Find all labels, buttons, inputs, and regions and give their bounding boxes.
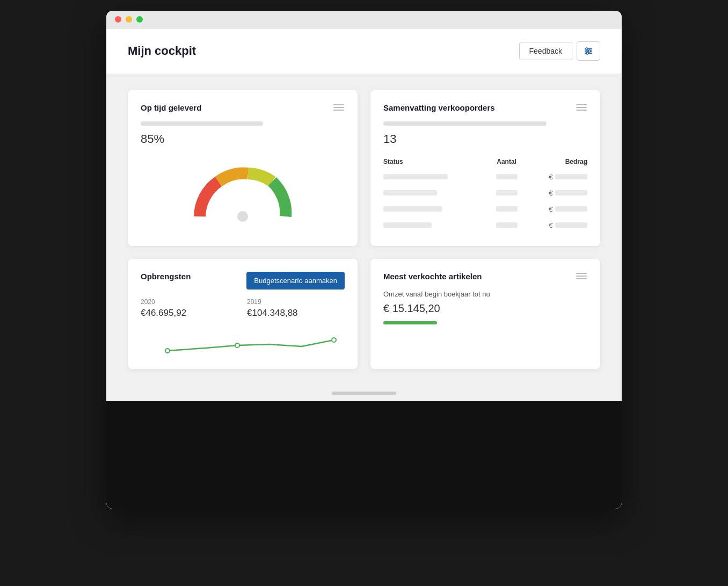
- scroll-thumb[interactable]: [332, 392, 396, 395]
- year-2019-label: 2019: [247, 298, 345, 306]
- bedrag-cell-2: [555, 190, 587, 196]
- svg-point-10: [237, 211, 248, 222]
- order-count: 13: [383, 132, 587, 146]
- line-chart-svg: [141, 329, 345, 361]
- col-bedrag: Bedrag: [524, 155, 587, 169]
- scrollbar-area: [106, 385, 622, 401]
- main-content: Op tijd geleverd 85%: [106, 74, 622, 385]
- table-row: €: [383, 169, 587, 185]
- maximize-dot[interactable]: [136, 16, 143, 23]
- status-cell-4: [383, 222, 432, 228]
- table-row: €: [383, 217, 587, 233]
- browser-frame: Mijn cockpit Feedback: [106, 11, 622, 509]
- svg-point-4: [588, 50, 591, 52]
- card-op-tijd-header: Op tijd geleverd: [141, 103, 345, 113]
- status-cell-2: [383, 190, 437, 196]
- status-cell-3: [383, 206, 442, 212]
- card-verkooporders-title: Samenvatting verkooporders: [383, 103, 495, 112]
- year-2020-label: 2020: [141, 298, 238, 306]
- table-row: €: [383, 201, 587, 217]
- line-chart: [141, 329, 345, 356]
- amount-2019-value: €104.348,88: [247, 308, 345, 319]
- revenue-bar: [383, 321, 437, 324]
- card-meest-verkocht-menu-icon[interactable]: [576, 272, 587, 281]
- card-meest-verkocht: Meest verkochte artikelen Omzet vanaf be…: [370, 259, 600, 369]
- gauge-chart: [141, 155, 345, 230]
- minimize-dot[interactable]: [126, 16, 132, 23]
- header-actions: Feedback: [519, 41, 600, 61]
- card-meest-verkocht-header: Meest verkochte artikelen: [383, 272, 587, 281]
- card-op-tijd: Op tijd geleverd 85%: [128, 90, 358, 246]
- skeleton-bar-1: [141, 121, 263, 126]
- amount-2020-value: €46.695,92: [141, 308, 238, 319]
- amount-2019: 2019 €104.348,88: [247, 298, 345, 329]
- sliders-icon: [584, 46, 593, 56]
- skeleton-bar-2: [383, 121, 547, 126]
- verkooporders-table: Status Aantal Bedrag €: [383, 155, 587, 233]
- card-opbrengsten: Opbrengsten Budgetscenario aanmaken 2020…: [128, 259, 358, 369]
- bottom-dark-area: [106, 401, 622, 509]
- budget-button[interactable]: Budgetscenario aanmaken: [246, 272, 345, 290]
- svg-point-15: [235, 343, 239, 348]
- revenue-amount: € 15.145,20: [383, 302, 587, 315]
- aantal-cell-2: [496, 190, 518, 196]
- card-verkooporders-menu-icon[interactable]: [576, 103, 587, 113]
- page-content: Mijn cockpit Feedback: [106, 28, 622, 509]
- bedrag-cell-1: [555, 174, 587, 179]
- aantal-cell-3: [496, 206, 518, 212]
- card-op-tijd-menu-icon[interactable]: [333, 103, 345, 113]
- page-title: Mijn cockpit: [128, 44, 196, 58]
- bedrag-cell-4: [555, 222, 587, 228]
- col-aantal: Aantal: [489, 155, 525, 169]
- card-opbrengsten-header: Opbrengsten Budgetscenario aanmaken: [141, 272, 345, 290]
- percentage-display: 85%: [141, 132, 345, 146]
- table-row: €: [383, 185, 587, 201]
- col-status: Status: [383, 155, 489, 169]
- bedrag-cell-3: [555, 206, 587, 212]
- aantal-cell-4: [496, 222, 518, 228]
- svg-point-5: [586, 52, 588, 54]
- browser-chrome: [106, 11, 622, 28]
- amount-2020: 2020 €46.695,92: [141, 298, 238, 329]
- svg-point-16: [332, 338, 336, 342]
- status-cell-1: [383, 174, 448, 179]
- gauge-svg: [189, 163, 296, 227]
- card-op-tijd-title: Op tijd geleverd: [141, 103, 201, 112]
- card-verkooporders: Samenvatting verkooporders 13: [370, 90, 600, 246]
- aantal-cell-1: [496, 174, 518, 179]
- close-dot[interactable]: [115, 16, 121, 23]
- svg-point-3: [586, 48, 588, 50]
- revenue-subtitle: Omzet vanaf begin boekjaar tot nu: [383, 290, 587, 298]
- settings-button[interactable]: [577, 41, 600, 61]
- dashboard-grid: Op tijd geleverd 85%: [128, 90, 600, 369]
- page-header: Mijn cockpit Feedback: [106, 28, 622, 74]
- card-opbrengsten-title: Opbrengsten: [141, 272, 191, 281]
- feedback-button[interactable]: Feedback: [519, 42, 572, 60]
- amounts-row: 2020 €46.695,92 2019 €104.348,88: [141, 298, 345, 329]
- card-verkooporders-header: Samenvatting verkooporders: [383, 103, 587, 113]
- svg-line-9: [243, 191, 268, 216]
- card-meest-verkocht-title: Meest verkochte artikelen: [383, 272, 482, 281]
- svg-point-14: [165, 349, 170, 353]
